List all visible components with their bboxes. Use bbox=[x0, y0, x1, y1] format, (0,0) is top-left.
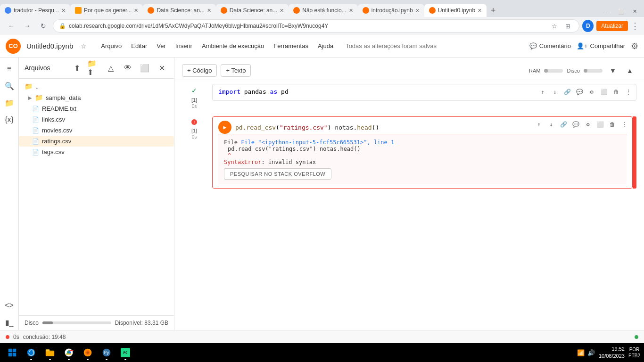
tree-item-parent[interactable]: 📁 .. bbox=[19, 81, 174, 92]
menu-editar[interactable]: Editar bbox=[126, 40, 152, 52]
comment-button[interactable]: 💬 Comentário bbox=[529, 42, 571, 49]
tab-close-btn[interactable]: ✕ bbox=[415, 8, 420, 14]
search-stackoverflow-button[interactable]: PESQUISAR NO STACK OVERFLOW bbox=[224, 168, 331, 180]
browser-menu-button[interactable]: ⋮ bbox=[631, 21, 639, 31]
variables-icon[interactable]: {x} bbox=[2, 112, 17, 127]
panel-button[interactable]: ⬜ bbox=[138, 61, 151, 74]
terminal-icon[interactable]: ▮_ bbox=[2, 315, 17, 330]
maximize-button[interactable]: ⬜ bbox=[616, 6, 627, 17]
tab-close-btn[interactable]: ✕ bbox=[134, 8, 138, 14]
ram-indicator: RAM bbox=[529, 68, 563, 74]
share-button[interactable]: 👤+ Compartilhar bbox=[577, 42, 625, 49]
forward-button[interactable]: → bbox=[21, 19, 34, 33]
cell-1-body[interactable]: import pandas as pd ↑ ↓ 🔗 💬 ⚙ ⬜ 🗑 ⋮ bbox=[212, 84, 636, 101]
close-browser-button[interactable]: ✕ bbox=[629, 6, 640, 17]
menu-ferramentas[interactable]: Ferramentas bbox=[269, 40, 313, 52]
settings-icon[interactable]: ⚙ bbox=[631, 41, 638, 51]
menu-arquivo[interactable]: Arquivo bbox=[96, 40, 126, 52]
cell-settings-button[interactable]: ⚙ bbox=[586, 86, 597, 98]
tab-close-btn[interactable]: ✕ bbox=[478, 8, 482, 14]
taskbar-right: 📶 🔊 19:52 10/08/2023 POR PTB2 bbox=[577, 346, 640, 360]
cell-link-button[interactable]: 🔗 bbox=[558, 119, 569, 130]
update-button[interactable]: Atualizar bbox=[596, 21, 628, 31]
error-file-link[interactable]: File "<ipython-input-5-fcf55c665531>", l… bbox=[241, 139, 394, 146]
extensions-icon[interactable]: ⊞ bbox=[562, 20, 573, 32]
menu-ajuda[interactable]: Ajuda bbox=[313, 40, 338, 52]
profile-icon[interactable]: D bbox=[582, 20, 594, 32]
minimize-button[interactable]: — bbox=[603, 6, 614, 17]
tree-item-readme[interactable]: 📄 README.txt bbox=[19, 103, 174, 114]
cell-delete-button[interactable]: 🗑 bbox=[611, 86, 622, 98]
cell-delete-button[interactable]: 🗑 bbox=[607, 119, 618, 130]
back-button[interactable]: ← bbox=[5, 19, 18, 33]
add-text-button[interactable]: + Texto bbox=[221, 64, 251, 77]
tab-ds1[interactable]: Data Science: an... ✕ bbox=[143, 4, 215, 17]
cell-expand-button[interactable]: ⬜ bbox=[594, 119, 606, 130]
files-icon[interactable]: 📁 bbox=[2, 95, 17, 110]
close-sidebar-button[interactable]: ✕ bbox=[155, 61, 168, 74]
reload-button[interactable]: ↻ bbox=[37, 19, 50, 33]
menu-toggle-icon[interactable]: ≡ bbox=[2, 61, 17, 76]
tree-item-ratings[interactable]: 📄 ratings.csv bbox=[19, 136, 174, 147]
tab-untitled[interactable]: Untitled0.ipynb ✕ bbox=[424, 4, 487, 17]
tab-close-btn[interactable]: ✕ bbox=[349, 8, 353, 14]
taskbar-python-button[interactable]: Py bbox=[98, 344, 115, 361]
cell-more-button[interactable]: ⋮ bbox=[623, 86, 634, 98]
file-icon: 📄 bbox=[32, 106, 39, 112]
taskbar-files-button[interactable] bbox=[41, 344, 58, 361]
cell-move-up-button[interactable]: ↑ bbox=[533, 119, 545, 130]
taskbar-date: 10/08/2023 bbox=[599, 353, 625, 360]
windows-logo-icon bbox=[8, 348, 17, 357]
upload-file-button[interactable]: ⬆ bbox=[70, 61, 83, 74]
url-input[interactable]: 🔒 colab.research.google.com/drive/1dMr5A… bbox=[53, 19, 579, 33]
tree-item-movies[interactable]: 📄 movies.csv bbox=[19, 125, 174, 136]
cell-run-time: 0s bbox=[192, 104, 197, 109]
refresh-files-button[interactable]: 👁 bbox=[121, 61, 134, 74]
tab-close-btn[interactable]: ✕ bbox=[61, 8, 66, 14]
taskbar-lang[interactable]: POR PTB2 bbox=[628, 346, 640, 359]
add-code-button[interactable]: + Código bbox=[182, 64, 217, 77]
expand-toolbar-button[interactable]: ▼ bbox=[606, 64, 619, 77]
tab-close-btn[interactable]: ✕ bbox=[280, 8, 284, 14]
cell-2-body[interactable]: ▶ pd.read_csv("ratings.csv") notas.head(… bbox=[212, 116, 633, 189]
cell-settings-button[interactable]: ⚙ bbox=[582, 119, 594, 130]
tab-nao[interactable]: Não está funcio... ✕ bbox=[289, 4, 357, 17]
cell-move-up-button[interactable]: ↑ bbox=[537, 86, 548, 98]
new-tab-button[interactable]: + bbox=[487, 4, 500, 17]
bookmark-icon[interactable]: ☆ bbox=[549, 20, 560, 32]
taskbar-pycharm-button[interactable]: PC bbox=[117, 344, 134, 361]
code-icon[interactable]: <> bbox=[2, 298, 17, 313]
svg-rect-0 bbox=[8, 349, 12, 353]
tree-item-sample-data[interactable]: ▶ 📁 sample_data bbox=[19, 92, 174, 103]
cell-move-down-button[interactable]: ↓ bbox=[549, 86, 561, 98]
cell-move-down-button[interactable]: ↓ bbox=[545, 119, 557, 130]
favorite-star-icon[interactable]: ☆ bbox=[81, 42, 87, 50]
taskbar-time-display[interactable]: 19:52 10/08/2023 bbox=[599, 346, 625, 360]
cell-link-button[interactable]: 🔗 bbox=[561, 86, 573, 98]
taskbar-chrome-button[interactable] bbox=[60, 344, 77, 361]
tree-item-links[interactable]: 📄 links.csv bbox=[19, 114, 174, 125]
cell-comment-button[interactable]: 💬 bbox=[574, 86, 585, 98]
taskbar-edge-button[interactable] bbox=[23, 344, 40, 361]
cell-more-button[interactable]: ⋮ bbox=[619, 119, 630, 130]
tab-genero[interactable]: Por que os gener... ✕ bbox=[70, 4, 143, 17]
connect-drive-button[interactable]: △ bbox=[104, 61, 117, 74]
tab-intro[interactable]: introdução.ipynb ✕ bbox=[358, 4, 424, 17]
search-icon[interactable]: 🔍 bbox=[2, 78, 17, 93]
collapse-toolbar-button[interactable]: ▲ bbox=[623, 64, 636, 77]
taskbar-firefox-button[interactable] bbox=[79, 344, 96, 361]
windows-start-button[interactable] bbox=[4, 344, 21, 361]
upload-folder-button[interactable]: 📁⬆ bbox=[87, 61, 100, 74]
tab-close-btn[interactable]: ✕ bbox=[207, 8, 211, 14]
tab-ds2[interactable]: Data Science: an... ✕ bbox=[216, 4, 289, 17]
cell-comment-button[interactable]: 💬 bbox=[570, 119, 581, 130]
cell-expand-button[interactable]: ⬜ bbox=[598, 86, 610, 98]
tree-item-tags[interactable]: 📄 tags.csv bbox=[19, 147, 174, 157]
menu-ambiente[interactable]: Ambiente de execução bbox=[197, 40, 269, 52]
tab-tradutor[interactable]: tradutor - Pesqu... ✕ bbox=[0, 4, 70, 17]
cell-run-button[interactable]: ▶ bbox=[218, 121, 231, 134]
main-content: ≡ 🔍 📁 {x} <> ▮_ Arquivos ⬆ 📁⬆ △ 👁 ⬜ ✕ bbox=[0, 58, 644, 330]
menu-ver[interactable]: Ver bbox=[152, 40, 171, 52]
notebook-toolbar: + Código + Texto RAM Disco ▼ ▲ bbox=[174, 61, 644, 80]
menu-inserir[interactable]: Inserir bbox=[171, 40, 197, 52]
